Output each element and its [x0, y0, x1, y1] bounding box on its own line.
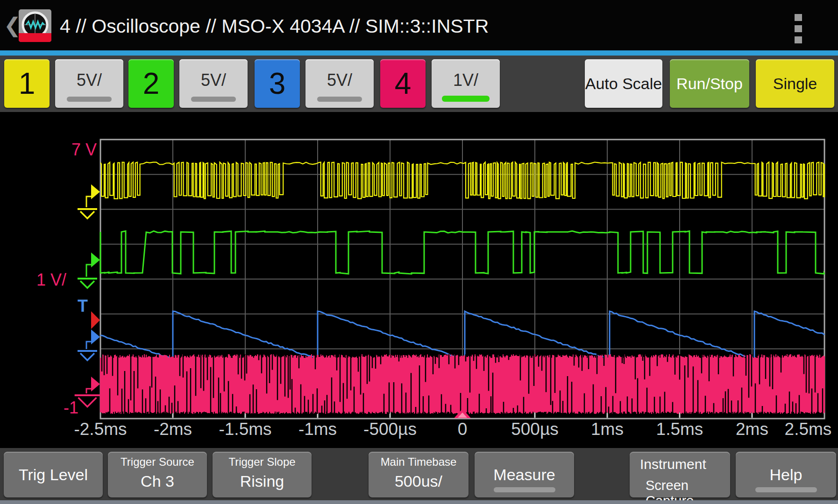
- bottom-nav-strip: [0, 500, 838, 504]
- main-timebase-value: 500us/: [369, 472, 469, 490]
- channel-2-scale-label: 5V/: [179, 70, 248, 90]
- channel-3-scale-underline: [317, 97, 362, 102]
- trigger-slope-caption: Trigger Slope: [213, 455, 312, 469]
- auto-scale-button[interactable]: Auto Scale: [585, 59, 662, 108]
- trig-level-button[interactable]: Trig Level: [4, 452, 103, 497]
- scope-display[interactable]: 7 V1 V/T-1-2.5ms-2ms-1.5ms-1ms-500µs0500…: [0, 112, 838, 448]
- channel-1-scale-underline: [67, 97, 112, 102]
- oscilloscope-logo-icon: [19, 9, 51, 42]
- svg-text:1.5ms: 1.5ms: [656, 420, 703, 439]
- svg-text:-1.5ms: -1.5ms: [219, 420, 271, 439]
- channel-3-button[interactable]: 3: [255, 59, 300, 108]
- channel-4-scale-underline: [442, 96, 490, 102]
- channel-4-scale-label: 1V/: [432, 70, 500, 90]
- channel-1-scale-label: 5V/: [55, 70, 123, 90]
- channel-toolbar: 1 5V/ 2 5V/ 3 5V/ 4 1V/ Auto Scale Run/S…: [0, 56, 838, 112]
- run-stop-button[interactable]: Run/Stop: [670, 59, 749, 108]
- measure-underline: [494, 487, 555, 492]
- svg-text:2ms: 2ms: [736, 420, 768, 439]
- channel-4-scale-button[interactable]: 1V/: [432, 59, 500, 108]
- trig-level-label: Trig Level: [4, 452, 103, 497]
- title-bar: ❮ 4 // Oscilloscope // MSO-X 4034A // SI…: [0, 0, 838, 50]
- bottom-toolbar: Trig Level Trigger Source Ch 3 Trigger S…: [0, 448, 838, 500]
- main-timebase-button[interactable]: Main Timebase 500us/: [369, 452, 469, 497]
- help-underline: [755, 487, 817, 492]
- instrument-caption: Instrument: [640, 456, 706, 472]
- measure-button[interactable]: Measure: [475, 452, 574, 497]
- trigger-source-value: Ch 3: [108, 472, 207, 490]
- svg-text:7 V: 7 V: [71, 140, 97, 159]
- svg-text:1ms: 1ms: [591, 420, 624, 439]
- channel-1-button[interactable]: 1: [4, 59, 50, 108]
- instrument-screen-capture-button[interactable]: Instrument Screen Capture: [630, 452, 730, 497]
- channel-3-scale-label: 5V/: [305, 70, 374, 90]
- trigger-slope-value: Rising: [213, 472, 312, 490]
- trigger-source-button[interactable]: Trigger Source Ch 3: [108, 452, 207, 497]
- scope-canvas: 7 V1 V/T-1-2.5ms-2ms-1.5ms-1ms-500µs0500…: [0, 112, 838, 448]
- page-title: 4 // Oscilloscope // MSO-X 4034A // SIM:…: [60, 0, 489, 50]
- single-button[interactable]: Single: [756, 59, 834, 108]
- channel-2-scale-button[interactable]: 5V/: [179, 59, 248, 108]
- svg-text:T: T: [78, 296, 88, 315]
- svg-text:-2.5ms: -2.5ms: [74, 420, 127, 439]
- channel-1-scale-button[interactable]: 5V/: [55, 59, 123, 108]
- app-logo-icon: [19, 9, 51, 42]
- trigger-source-caption: Trigger Source: [108, 455, 207, 469]
- main-timebase-caption: Main Timebase: [369, 455, 469, 469]
- svg-text:0: 0: [458, 420, 468, 439]
- svg-text:-1: -1: [64, 398, 78, 417]
- channel-4-button[interactable]: 4: [380, 59, 426, 108]
- channel-3-scale-button[interactable]: 5V/: [305, 59, 374, 108]
- svg-text:1 V/: 1 V/: [36, 270, 66, 289]
- channel-2-scale-underline: [191, 97, 236, 102]
- help-button[interactable]: Help: [736, 452, 836, 497]
- svg-text:2.5ms: 2.5ms: [785, 420, 832, 439]
- channel-2-button[interactable]: 2: [128, 59, 174, 108]
- svg-text:-500µs: -500µs: [363, 420, 417, 439]
- svg-text:500µs: 500µs: [511, 420, 559, 439]
- accent-separator: [0, 50, 838, 56]
- svg-text:-2ms: -2ms: [154, 420, 192, 439]
- trigger-slope-button[interactable]: Trigger Slope Rising: [213, 452, 312, 497]
- svg-text:-1ms: -1ms: [298, 420, 337, 439]
- overflow-menu-icon[interactable]: [795, 14, 804, 44]
